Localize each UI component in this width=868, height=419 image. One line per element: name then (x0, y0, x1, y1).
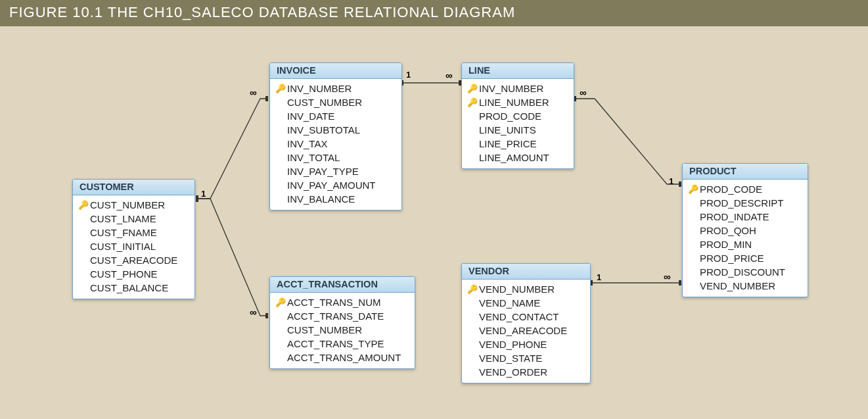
field-row: •PROD_DESCRIPT (688, 196, 800, 210)
card-customer-one: 1 (201, 189, 206, 199)
field-row: •LINE_PRICE (467, 137, 566, 151)
key-spacer: • (275, 109, 286, 123)
figure-title: FIGURE 10.1 THE CH10_SALECO DATABASE REL… (0, 0, 868, 26)
field-row: •CUST_PHONE (78, 267, 187, 281)
field-row: •LINE_UNITS (467, 123, 566, 137)
field-row: 🔑INV_NUMBER (275, 82, 394, 95)
key-spacer: • (467, 337, 478, 351)
key-spacer: • (688, 237, 698, 251)
key-spacer: • (275, 95, 286, 109)
field-name: INV_TAX (287, 137, 327, 151)
field-row: •INV_SUBTOTAL (275, 123, 394, 137)
field-name: PROD_DISCOUNT (700, 265, 785, 279)
field-name: PROD_INDATE (700, 210, 769, 224)
field-name: INV_NUMBER (287, 82, 352, 95)
field-row: •PROD_INDATE (688, 210, 800, 224)
card-line-many: ∞ (445, 70, 453, 81)
field-name: VEND_NUMBER (479, 282, 555, 296)
key-spacer: • (275, 123, 286, 137)
table-product-header: PRODUCT (683, 164, 808, 180)
field-row: •VEND_PHONE (467, 337, 582, 351)
table-vendor: VENDOR 🔑VEND_NUMBER•VEND_NAME•VEND_CONTA… (461, 263, 591, 383)
primary-key-icon: 🔑 (467, 95, 478, 109)
card-product-many: ∞ (664, 271, 671, 282)
key-spacer: • (467, 137, 478, 151)
field-name: ACCT_TRANS_AMOUNT (287, 351, 401, 364)
key-spacer: • (467, 351, 478, 365)
key-spacer: • (688, 265, 698, 279)
field-row: •PROD_PRICE (688, 251, 800, 265)
primary-key-icon: 🔑 (275, 295, 286, 309)
field-row: •CUST_INITIAL (78, 239, 187, 253)
field-name: INV_PAY_TYPE (287, 164, 359, 178)
field-row: •CUST_NUMBER (275, 323, 407, 337)
primary-key-icon: 🔑 (467, 282, 478, 296)
field-row: •CUST_NUMBER (275, 95, 394, 109)
field-row: •INV_TOTAL (275, 151, 394, 164)
card-acct-many: ∞ (250, 307, 257, 318)
primary-key-icon: 🔑 (467, 82, 478, 95)
field-row: •LINE_AMOUNT (467, 151, 566, 164)
table-vendor-header: VENDOR (462, 264, 590, 280)
key-spacer: • (78, 226, 89, 239)
key-spacer: • (467, 296, 478, 310)
key-spacer: • (467, 310, 478, 324)
field-name: INV_PAY_AMOUNT (287, 178, 375, 192)
table-acct-transaction: ACCT_TRANSACTION 🔑ACCT_TRANS_NUM•ACCT_TR… (269, 276, 415, 369)
field-name: VEND_ORDER (479, 365, 547, 379)
card-invoice-one: 1 (406, 70, 411, 80)
field-name: INV_TOTAL (287, 151, 340, 164)
field-row: •PROD_QOH (688, 224, 800, 237)
field-name: CUST_NUMBER (287, 323, 362, 337)
key-spacer: • (688, 210, 698, 224)
field-row: •CUST_AREACODE (78, 253, 187, 267)
field-row: •VEND_ORDER (467, 365, 582, 379)
table-invoice: INVOICE 🔑INV_NUMBER•CUST_NUMBER•INV_DATE… (269, 62, 402, 210)
table-customer: CUSTOMER 🔑CUST_NUMBER•CUST_LNAME•CUST_FN… (72, 179, 195, 299)
field-row: •INV_PAY_AMOUNT (275, 178, 394, 192)
card-product-one: 1 (669, 176, 674, 186)
card-invoice-many: ∞ (250, 87, 257, 98)
field-name: PROD_CODE (479, 109, 541, 123)
field-name: CUST_BALANCE (90, 281, 168, 295)
field-row: 🔑ACCT_TRANS_NUM (275, 295, 407, 309)
key-spacer: • (275, 337, 286, 351)
field-name: CUST_NUMBER (90, 198, 165, 212)
field-row: •INV_BALANCE (275, 192, 394, 206)
field-name: INV_NUMBER (479, 82, 543, 95)
field-row: •CUST_BALANCE (78, 281, 187, 295)
field-row: •VEND_NUMBER (688, 279, 800, 293)
field-row: •INV_PAY_TYPE (275, 164, 394, 178)
field-name: ACCT_TRANS_DATE (287, 309, 384, 323)
field-name: VEND_NAME (479, 296, 540, 310)
key-spacer: • (467, 109, 478, 123)
table-customer-header: CUSTOMER (73, 180, 194, 195)
field-row: •ACCT_TRANS_DATE (275, 309, 407, 323)
field-row: 🔑LINE_NUMBER (467, 95, 566, 109)
field-row: •CUST_LNAME (78, 212, 187, 226)
field-name: PROD_MIN (700, 237, 752, 251)
field-row: •VEND_STATE (467, 351, 582, 365)
diagram-canvas: 1 ∞ ∞ 1 ∞ ∞ 1 1 ∞ CUSTOMER 🔑CUST_NUMBER•… (0, 26, 868, 419)
field-name: LINE_PRICE (479, 137, 537, 151)
key-spacer: • (275, 351, 286, 364)
table-invoice-body: 🔑INV_NUMBER•CUST_NUMBER•INV_DATE•INV_SUB… (270, 79, 401, 210)
field-name: INV_SUBTOTAL (287, 123, 360, 137)
field-name: PROD_PRICE (700, 251, 764, 265)
key-spacer: • (78, 281, 89, 295)
key-spacer: • (275, 178, 286, 192)
field-name: CUST_NUMBER (287, 95, 362, 109)
field-row: 🔑PROD_CODE (688, 182, 800, 196)
field-row: 🔑VEND_NUMBER (467, 282, 582, 296)
field-name: ACCT_TRANS_NUM (287, 295, 381, 309)
field-row: •INV_DATE (275, 109, 394, 123)
field-name: VEND_CONTACT (479, 310, 559, 324)
key-spacer: • (275, 323, 286, 337)
field-row: •VEND_CONTACT (467, 310, 582, 324)
field-row: •ACCT_TRANS_TYPE (275, 337, 407, 351)
figure-container: FIGURE 10.1 THE CH10_SALECO DATABASE REL… (0, 0, 868, 419)
key-spacer: • (688, 224, 698, 237)
key-spacer: • (467, 123, 478, 137)
table-product: PRODUCT 🔑PROD_CODE•PROD_DESCRIPT•PROD_IN… (682, 163, 808, 297)
field-name: ACCT_TRANS_TYPE (287, 337, 384, 351)
